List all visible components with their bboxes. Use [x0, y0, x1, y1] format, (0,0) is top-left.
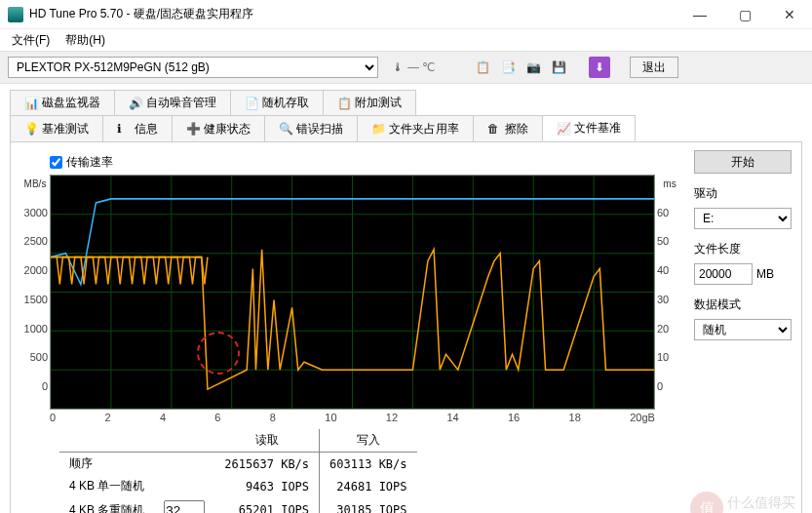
chart-icon: 📊 — [24, 97, 38, 110]
tab-file-benchmark[interactable]: 📈文件基准 — [542, 115, 636, 141]
app-icon — [8, 7, 23, 22]
close-button[interactable]: ✕ — [767, 0, 812, 29]
settings-icon[interactable]: ⬇ — [589, 57, 610, 78]
speaker-icon: 🔊 — [129, 97, 142, 110]
file-bench-icon: 📈 — [557, 122, 570, 136]
clipboard-icon: 📋 — [337, 97, 351, 110]
screenshot-icon[interactable]: 📷 — [522, 57, 544, 78]
gauge-icon: 💡 — [24, 122, 38, 136]
tab-erase[interactable]: 🗑擦除 — [473, 115, 543, 141]
tab-aam[interactable]: 🔊自动噪音管理 — [114, 90, 231, 115]
tab-area: 📊磁盘监视器 🔊自动噪音管理 📄随机存取 📋附加测试 💡基准测试 ℹ信息 ➕健康… — [0, 84, 812, 141]
filelen-unit: MB — [756, 267, 774, 281]
folder-icon: 📁 — [371, 122, 385, 136]
results-table: 读取写入 顺序2615637 KB/s603113 KB/s 4 KB 单一随机… — [20, 429, 684, 513]
drive-label: 驱动 — [694, 185, 792, 202]
mode-label: 数据模式 — [694, 296, 792, 313]
queue-depth-input[interactable] — [164, 500, 205, 513]
info-icon: ℹ — [117, 122, 131, 136]
titlebar: HD Tune Pro 5.70 - 硬盘/固态硬盘实用程序 — ▢ ✕ — [0, 0, 812, 29]
toolbar: PLEXTOR PX-512M9PeGN (512 gB) 🌡 — ℃ 📋 📑 … — [0, 51, 812, 84]
tab-extra-tests[interactable]: 📋附加测试 — [323, 90, 416, 115]
table-row: 4 KB 单一随机9463 IOPS24681 IOPS — [59, 475, 417, 497]
tab-random-access[interactable]: 📄随机存取 — [230, 90, 324, 115]
start-button[interactable]: 开始 — [694, 150, 792, 174]
health-icon: ➕ — [186, 122, 200, 136]
minimize-button[interactable]: — — [677, 0, 722, 29]
exit-button[interactable]: 退出 — [630, 57, 678, 78]
transfer-rate-checkbox[interactable]: 传输速率 — [50, 154, 684, 171]
data-mode-select[interactable]: 随机 — [694, 319, 792, 340]
thermometer-icon: 🌡 — [392, 60, 404, 74]
menu-file[interactable]: 文件(F) — [4, 30, 58, 51]
maximize-button[interactable]: ▢ — [722, 0, 767, 29]
drive-letter-select[interactable]: E: — [694, 208, 792, 229]
x-axis: 02468101214161820gB — [20, 410, 684, 423]
side-panel: 开始 驱动 E: 文件长度 MB 数据模式 随机 — [684, 150, 792, 513]
menubar: 文件(F) 帮助(H) — [0, 29, 812, 51]
search-icon: 🔍 — [279, 122, 292, 136]
temperature-readout: 🌡 — ℃ — [382, 60, 445, 74]
tab-error-scan[interactable]: 🔍错误扫描 — [264, 115, 358, 141]
table-row: 4 KB 多重随机 65201 IOPS30185 IOPS — [59, 497, 417, 513]
copy-all-icon[interactable]: 📑 — [497, 57, 519, 78]
tab-health[interactable]: ➕健康状态 — [172, 115, 265, 141]
tab-disk-monitor[interactable]: 📊磁盘监视器 — [10, 90, 115, 115]
y-axis-left: MB/s 300025002000150010005000 — [20, 175, 50, 410]
tab-benchmark[interactable]: 💡基准测试 — [10, 115, 103, 141]
shuffle-icon: 📄 — [245, 97, 258, 110]
table-row: 顺序2615637 KB/s603113 KB/s — [59, 453, 417, 476]
drive-select[interactable]: PLEXTOR PX-512M9PeGN (512 gB) — [8, 57, 378, 78]
y-axis-right: ms 6050403020100 — [655, 175, 684, 410]
menu-help[interactable]: 帮助(H) — [58, 30, 113, 51]
window-title: HD Tune Pro 5.70 - 硬盘/固态硬盘实用程序 — [29, 6, 677, 22]
save-icon[interactable]: 💾 — [548, 57, 569, 78]
trash-icon: 🗑 — [487, 122, 501, 136]
tab-info[interactable]: ℹ信息 — [102, 115, 173, 141]
tab-folder-usage[interactable]: 📁文件夹占用率 — [357, 115, 474, 141]
chart: MB/s 300025002000150010005000 ms 6050403… — [20, 175, 684, 410]
copy-icon[interactable]: 📋 — [472, 57, 493, 78]
filelen-label: 文件长度 — [694, 241, 792, 257]
content-panel: 传输速率 MB/s 300025002000150010005000 ms 60… — [10, 141, 802, 513]
file-length-input[interactable] — [694, 263, 753, 285]
